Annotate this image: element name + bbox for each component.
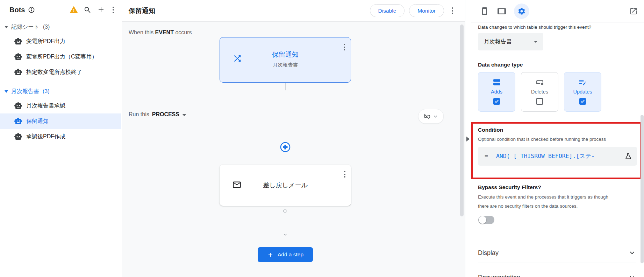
bot-icon — [14, 117, 22, 125]
process-step-card[interactable]: 差し戻しメール — [220, 165, 351, 206]
condition-formula-field[interactable]: = AND( [_THISROW_BEFORE].[ステ- — [478, 147, 637, 166]
bot-flow-canvas: 保留通知 Disable Monitor When this EVENT occ… — [122, 0, 465, 277]
bot-item-label: 変電所PDF出力（C変専用） — [26, 53, 98, 61]
collapse-caret-icon — [5, 90, 8, 93]
table-select[interactable]: 月次報告書 — [478, 33, 543, 50]
sidebar-item-shiteisu-kansei[interactable]: 指定数変電所点検終了 — [0, 64, 121, 80]
settings-tab-active[interactable] — [514, 4, 529, 19]
sidebar-item-shouningo-pdf[interactable]: 承認後PDF作成 — [0, 129, 121, 144]
sidebar-item-hendensho-pdf[interactable]: 変電所PDF出力 — [0, 34, 121, 49]
canvas-scrollbar[interactable] — [460, 25, 464, 216]
sidebar-group-geppou[interactable]: 月次報告書 (3) — [0, 85, 121, 98]
flask-icon[interactable] — [624, 152, 632, 160]
connector-arrow-icon — [282, 232, 288, 237]
add-branch-button[interactable] — [280, 141, 291, 153]
disable-button[interactable]: Disable — [370, 4, 405, 17]
sidebar-item-geppou-shounin[interactable]: 月次報告書承認 — [0, 98, 121, 113]
search-icon[interactable] — [84, 6, 92, 14]
canvas-header: 保留通知 Disable Monitor — [122, 0, 465, 22]
sidebar-item-horyu-tsuchi[interactable]: 保留通知 — [0, 113, 121, 129]
divider — [478, 239, 636, 239]
link-off-icon — [423, 113, 431, 120]
bot-icon — [14, 37, 22, 46]
unlink-process-control[interactable] — [418, 109, 444, 124]
adds-checkbox[interactable] — [493, 98, 500, 105]
row-delete-icon — [535, 77, 545, 88]
option-updates-label: Updates — [573, 89, 592, 95]
section-display[interactable]: Display — [478, 243, 636, 263]
event-card-title: 保留通知 — [220, 50, 351, 59]
group-count: (3) — [43, 24, 50, 30]
event-card-more-icon[interactable] — [342, 42, 347, 53]
display-section-label: Display — [478, 249, 499, 257]
table-question-label: Data changes to which table should trigg… — [478, 25, 637, 30]
bot-more-icon[interactable] — [450, 5, 455, 16]
open-in-new-icon[interactable] — [629, 7, 638, 15]
bypass-toggle[interactable] — [478, 216, 494, 224]
dashed-connector-line — [285, 214, 285, 233]
settings-panel: Data changes to which table should trigg… — [471, 0, 644, 277]
appsheet-bots-editor: Bots 記録シート — [0, 0, 644, 277]
sidebar-item-hendensho-pdf-c[interactable]: 変電所PDF出力（C変専用） — [0, 49, 121, 64]
bots-tree: 記録シート (3) 変電所PDF出力 変電所PDF出力（C変専用） 指定数変電所… — [0, 20, 121, 144]
table-select-value: 月次報告書 — [484, 38, 531, 46]
bot-icon — [14, 68, 22, 76]
option-updates[interactable]: Updates — [564, 72, 601, 112]
bots-sidebar: Bots 記録シート — [0, 0, 121, 277]
deletes-checkbox[interactable] — [536, 98, 543, 105]
collapse-caret-icon — [5, 26, 8, 28]
monitor-button[interactable]: Monitor — [409, 4, 444, 17]
event-section-label: When this EVENT occurs — [129, 29, 192, 36]
plus-icon — [267, 251, 274, 258]
equals-sign: = — [485, 153, 488, 160]
bot-item-label: 指定数変電所点検終了 — [26, 69, 82, 76]
bypass-heading: Bypass Security Filters? — [478, 184, 541, 191]
panel-body: Data changes to which table should trigg… — [471, 22, 644, 277]
process-section-label[interactable]: Run this PROCESS — [129, 111, 186, 118]
step-card-more-icon[interactable] — [342, 169, 348, 180]
info-icon[interactable] — [28, 6, 35, 13]
process-caret-icon — [182, 114, 186, 116]
condition-formula-text: AND( [_THISROW_BEFORE].[ステ- — [496, 152, 624, 160]
bot-icon — [14, 132, 22, 141]
group-count: (3) — [43, 88, 50, 95]
add-bot-icon[interactable] — [97, 6, 105, 14]
tablet-preview-icon[interactable] — [497, 7, 506, 16]
event-card-text: 保留通知 月次報告書 — [220, 50, 351, 68]
panel-scrollbar[interactable] — [641, 115, 644, 263]
event-card[interactable]: 保留通知 月次報告書 — [220, 37, 351, 83]
documentation-section-label: Documentation — [478, 274, 520, 277]
sidebar-more-icon[interactable] — [110, 5, 116, 15]
phone-preview-icon[interactable] — [480, 7, 489, 15]
bot-item-label: 保留通知 — [26, 118, 49, 125]
add-step-button[interactable]: Add a step — [258, 247, 313, 262]
sidebar-header: Bots — [0, 0, 121, 20]
data-change-type-options: Adds Deletes Updates — [478, 72, 601, 112]
chevron-down-icon — [628, 249, 636, 257]
event-card-subtitle: 月次報告書 — [220, 62, 351, 68]
panel-collapse-handle-icon[interactable] — [466, 137, 470, 141]
bot-icon — [14, 102, 22, 110]
chevron-down-icon — [432, 113, 439, 120]
section-documentation[interactable]: Documentation — [478, 268, 636, 277]
chevron-down-icon — [628, 273, 636, 277]
panel-header — [471, 0, 644, 22]
option-deletes[interactable]: Deletes — [521, 72, 558, 112]
condition-heading: Condition — [478, 127, 640, 133]
add-step-label: Add a step — [278, 251, 303, 258]
condition-annotation-box: Condition Optional condition that is che… — [471, 122, 642, 179]
panel-splitter[interactable] — [465, 0, 471, 277]
option-adds[interactable]: Adds — [478, 72, 515, 112]
table-rows-icon — [492, 77, 502, 88]
edit-note-icon — [578, 77, 588, 88]
bot-item-label: 変電所PDF出力 — [26, 38, 65, 45]
event-connector-line — [285, 83, 286, 90]
preview-mode-icons — [480, 4, 529, 19]
warning-icon[interactable] — [69, 5, 78, 14]
bot-item-label: 月次報告書承認 — [26, 102, 65, 110]
connector-node — [283, 209, 287, 213]
updates-checkbox[interactable] — [579, 98, 586, 105]
sidebar-group-kiroku-sheet[interactable]: 記録シート (3) — [0, 20, 121, 34]
bot-icon — [14, 53, 22, 61]
group-label: 月次報告書 — [11, 88, 39, 95]
